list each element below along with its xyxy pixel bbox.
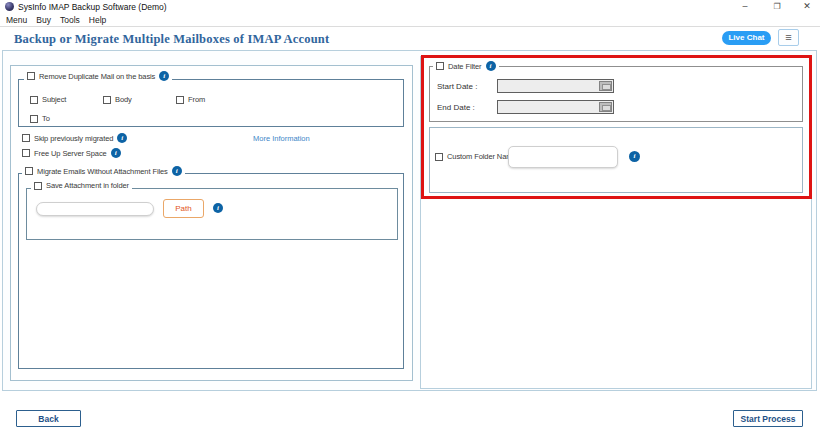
remove-duplicate-group — [18, 79, 404, 127]
from-checkbox[interactable] — [176, 96, 184, 104]
migrate-without-attachments-legend: Migrate Emails Without Attachment Files … — [22, 166, 185, 176]
path-info-icon[interactable]: i — [213, 203, 223, 213]
free-space-info-icon[interactable]: i — [111, 148, 121, 158]
close-button[interactable]: ✕ — [799, 0, 815, 13]
option-subject: Subject — [30, 95, 66, 104]
date-filter-info-icon[interactable]: i — [486, 61, 496, 71]
start-date-input[interactable] — [498, 80, 613, 92]
menu-item-tools[interactable]: Tools — [60, 15, 80, 25]
remove-duplicate-legend: Remove Duplicate Mail on the basis i — [24, 71, 172, 81]
remove-duplicate-checkbox[interactable] — [27, 72, 35, 80]
option-body: Body — [103, 95, 132, 104]
end-date-calendar-button[interactable] — [599, 102, 612, 112]
date-filter-label: Date Filter — [448, 62, 482, 71]
subject-checkbox[interactable] — [30, 96, 38, 104]
title-bar: SysInfo IMAP Backup Software (Demo) – ❐ … — [0, 0, 820, 14]
skip-migrated-row: Skip previously migrated i — [22, 133, 127, 143]
start-date-calendar-button[interactable] — [599, 81, 612, 91]
custom-folder-row: Custom Folder Name — [435, 152, 516, 161]
save-attachment-legend: Save Attachment in folder — [31, 181, 132, 190]
option-to: To — [30, 114, 50, 123]
window-title: SysInfo IMAP Backup Software (Demo) — [18, 2, 167, 12]
attachment-path-input[interactable] — [36, 202, 154, 216]
remove-duplicate-label: Remove Duplicate Mail on the basis — [39, 72, 155, 81]
free-space-checkbox[interactable] — [22, 149, 30, 157]
to-label: To — [42, 114, 50, 123]
migrate-without-attachments-info-icon[interactable]: i — [172, 166, 182, 176]
save-attachment-checkbox[interactable] — [34, 182, 42, 190]
menu-bar: Menu Buy Tools Help — [0, 14, 820, 27]
remove-duplicate-info-icon[interactable]: i — [159, 71, 169, 81]
page-title: Backup or Migrate Multiple Mailboxes of … — [14, 32, 329, 47]
end-date-field — [497, 100, 614, 114]
hamburger-icon: ≡ — [785, 31, 791, 43]
more-information-link[interactable]: More Information — [253, 134, 310, 143]
custom-folder-info-icon[interactable]: i — [629, 151, 640, 162]
free-space-row: Free Up Server Space i — [22, 148, 121, 158]
custom-folder-checkbox[interactable] — [435, 153, 443, 161]
application-window: SysInfo IMAP Backup Software (Demo) – ❐ … — [0, 0, 820, 429]
migrate-without-attachments-label: Migrate Emails Without Attachment Files — [37, 167, 168, 176]
subject-label: Subject — [42, 95, 66, 104]
path-button[interactable]: Path — [163, 199, 204, 218]
skip-migrated-label: Skip previously migrated — [34, 134, 113, 143]
menu-item-help[interactable]: Help — [89, 15, 106, 25]
option-from: From — [176, 95, 205, 104]
date-filter-group — [429, 66, 803, 122]
hamburger-menu-button[interactable]: ≡ — [778, 29, 799, 46]
back-button[interactable]: Back — [16, 410, 81, 427]
menu-item-menu[interactable]: Menu — [6, 15, 27, 25]
free-space-label: Free Up Server Space — [34, 149, 107, 158]
from-label: From — [188, 95, 205, 104]
end-date-label: End Date : — [437, 103, 475, 112]
app-icon — [5, 2, 14, 11]
to-checkbox[interactable] — [30, 115, 38, 123]
minimize-button[interactable]: – — [737, 0, 753, 13]
migrate-without-attachments-checkbox[interactable] — [25, 167, 33, 175]
maximize-button[interactable]: ❐ — [769, 0, 785, 13]
skip-migrated-checkbox[interactable] — [22, 134, 30, 142]
skip-migrated-info-icon[interactable]: i — [117, 133, 127, 143]
date-filter-legend: Date Filter i — [433, 61, 499, 71]
custom-folder-input[interactable] — [508, 146, 618, 168]
date-filter-checkbox[interactable] — [436, 62, 444, 70]
start-date-field — [497, 79, 614, 93]
start-process-button[interactable]: Start Process — [733, 410, 803, 427]
save-attachment-label: Save Attachment in folder — [46, 181, 129, 190]
live-chat-button[interactable]: Live Chat — [722, 31, 771, 45]
body-label: Body — [115, 95, 132, 104]
start-date-label: Start Date : — [437, 82, 477, 91]
custom-folder-label: Custom Folder Name — [447, 152, 516, 161]
menu-item-buy[interactable]: Buy — [36, 15, 51, 25]
end-date-input[interactable] — [498, 101, 613, 113]
body-checkbox[interactable] — [103, 96, 111, 104]
